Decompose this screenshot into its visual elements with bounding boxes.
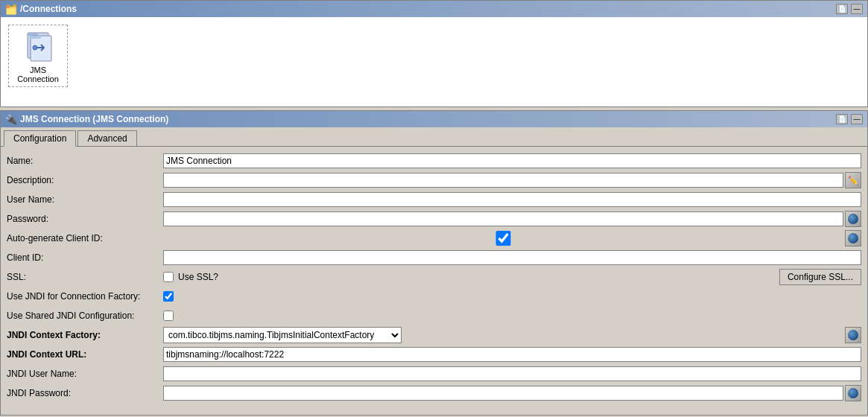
description-label: Description: [7, 175, 163, 185]
configure-ssl-button[interactable]: Configure SSL... [779, 269, 861, 285]
description-input-group: ✏️ [163, 172, 861, 188]
username-label: User Name: [7, 194, 163, 205]
description-edit-btn[interactable]: ✏️ [845, 172, 861, 188]
jndi-factory-dropdown-container: com.tibco.tibjms.naming.TibjmsInitialCon… [163, 327, 843, 343]
connections-doc-btn[interactable]: 📄 [836, 4, 848, 14]
jndi-factory-select[interactable]: com.tibco.tibjms.naming.TibjmsInitialCon… [163, 327, 402, 343]
password-label: Password: [7, 214, 163, 224]
config-form: Name: Description: ✏️ User Name: Passwor… [1, 147, 867, 410]
use-shared-jndi-checkbox[interactable] [163, 311, 174, 321]
autogenerate-globe-btn[interactable] [845, 230, 861, 246]
description-input[interactable] [163, 173, 843, 188]
connections-titlebar-icons: 📄 — [836, 4, 863, 14]
connections-minimize-btn[interactable]: — [851, 4, 863, 14]
jndi-password-input-group [163, 385, 861, 401]
tabs-bar: Configuration Advanced [1, 127, 867, 147]
autogenerate-checkbox[interactable] [163, 231, 843, 246]
jndi-password-row: JNDI Password: [7, 385, 861, 401]
use-shared-jndi-label: Use Shared JNDI Configuration: [7, 311, 163, 321]
name-label: Name: [7, 156, 163, 166]
jndi-password-input[interactable] [163, 386, 843, 401]
description-row: Description: ✏️ [7, 172, 861, 188]
jndi-user-input[interactable] [163, 366, 861, 381]
use-ssl-text: Use SSL? [178, 272, 218, 282]
clientid-input[interactable] [163, 250, 861, 265]
ssl-row: SSL: Use SSL? Configure SSL... [7, 269, 861, 285]
tab-configuration[interactable]: Configuration [4, 130, 76, 147]
jndi-password-globe-btn[interactable] [845, 385, 861, 401]
autogenerate-input-group [163, 230, 861, 246]
folder-icon: 🗂️ [5, 4, 17, 15]
use-jndi-row: Use JNDI for Connection Factory: [7, 288, 861, 305]
config-icon: 🔌 [5, 114, 17, 125]
autogenerate-label: Auto-generate Client ID: [7, 233, 163, 243]
jndi-factory-globe-btn[interactable] [845, 327, 861, 343]
password-row: Password: [7, 211, 861, 227]
name-row: Name: [7, 153, 861, 169]
jndi-url-input[interactable] [163, 347, 861, 362]
use-jndi-checkbox[interactable] [163, 291, 174, 302]
tab-advanced[interactable]: Advanced [77, 130, 136, 146]
jndi-factory-label: JNDI Context Factory: [7, 330, 163, 340]
connections-title: /Connections [20, 4, 77, 14]
ssl-row-content: Use SSL? Configure SSL... [163, 269, 861, 285]
use-shared-jndi-row: Use Shared JNDI Configuration: [7, 308, 861, 324]
svg-rect-3 [31, 36, 41, 39]
username-input[interactable] [163, 192, 861, 207]
jndi-user-row: JNDI User Name: [7, 366, 861, 382]
globe-icon-4 [848, 388, 858, 398]
password-input-group [163, 211, 861, 227]
svg-rect-1 [28, 33, 38, 36]
connections-content: JMS Connection [1, 17, 867, 106]
name-input[interactable] [163, 153, 861, 168]
username-row: User Name: [7, 191, 861, 208]
config-panel: 🔌 JMS Connection (JMS Connection) 📄 — Co… [0, 110, 868, 416]
clientid-row: Client ID: [7, 249, 861, 266]
jms-connection-icon-container[interactable]: JMS Connection [8, 25, 68, 87]
config-minimize-btn[interactable]: — [851, 114, 863, 124]
jndi-password-label: JNDI Password: [7, 388, 163, 398]
connections-titlebar-left: 🗂️ /Connections [5, 4, 77, 15]
config-titlebar-left: 🔌 JMS Connection (JMS Connection) [5, 114, 168, 125]
jndi-url-label: JNDI Context URL: [7, 349, 163, 360]
clientid-label: Client ID: [7, 252, 163, 263]
use-jndi-label: Use JNDI for Connection Factory: [7, 291, 163, 302]
config-title: JMS Connection (JMS Connection) [20, 114, 168, 124]
ssl-checkbox[interactable] [163, 272, 174, 282]
globe-icon-2 [848, 233, 858, 243]
ssl-label: SSL: [7, 272, 163, 282]
jms-connection-label: JMS Connection [12, 66, 64, 83]
connections-panel: 🗂️ /Connections 📄 — JMS Connection [0, 0, 868, 107]
globe-icon [848, 214, 858, 224]
jndi-user-label: JNDI User Name: [7, 369, 163, 379]
jndi-url-row: JNDI Context URL: [7, 346, 861, 363]
config-doc-btn[interactable]: 📄 [836, 114, 848, 124]
pencil-icon: ✏️ [848, 176, 858, 185]
password-input[interactable] [163, 211, 843, 226]
jms-connection-icon [20, 28, 56, 64]
password-globe-btn[interactable] [845, 211, 861, 227]
config-titlebar: 🔌 JMS Connection (JMS Connection) 📄 — [1, 111, 867, 127]
jndi-factory-input-group: com.tibco.tibjms.naming.TibjmsInitialCon… [163, 327, 861, 343]
globe-icon-3 [848, 330, 858, 340]
config-titlebar-icons: 📄 — [836, 114, 863, 124]
connections-titlebar: 🗂️ /Connections 📄 — [1, 1, 867, 17]
svg-point-4 [33, 45, 37, 50]
autogenerate-row: Auto-generate Client ID: [7, 230, 861, 246]
jndi-factory-row: JNDI Context Factory: com.tibco.tibjms.n… [7, 327, 861, 343]
